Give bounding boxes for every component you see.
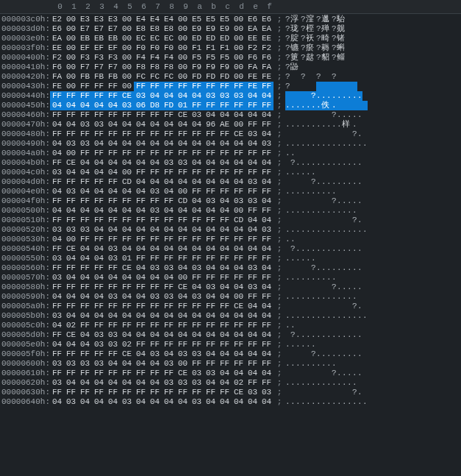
byte[interactable]: 04 xyxy=(204,244,218,254)
byte[interactable]: F3 xyxy=(106,53,120,63)
ascii-char[interactable]: . xyxy=(342,158,347,168)
ascii-char[interactable] xyxy=(352,340,357,349)
ascii-char[interactable] xyxy=(342,388,347,397)
ascii-char[interactable] xyxy=(337,388,342,397)
byte[interactable]: FA xyxy=(260,63,274,72)
ascii-char[interactable] xyxy=(326,340,332,349)
ascii-char[interactable]: . xyxy=(326,349,332,359)
byte[interactable]: 04 xyxy=(134,292,148,302)
ascii-char[interactable] xyxy=(342,254,347,263)
ascii-char[interactable] xyxy=(285,349,290,359)
byte[interactable]: 04 xyxy=(50,101,64,110)
byte[interactable]: FF xyxy=(78,216,92,225)
ascii-char[interactable] xyxy=(321,110,326,120)
byte[interactable]: CD xyxy=(232,216,246,225)
byte[interactable]: FF xyxy=(190,302,204,311)
byte[interactable]: FF xyxy=(106,321,120,330)
ascii-char[interactable] xyxy=(316,196,321,206)
ascii-char[interactable]: . xyxy=(296,206,301,216)
byte[interactable]: 00 xyxy=(176,43,190,53)
ascii-char[interactable]: . xyxy=(316,263,321,273)
ascii-char[interactable]: . xyxy=(296,168,301,177)
byte[interactable]: FF xyxy=(218,254,232,263)
ascii-char[interactable]: 趑 xyxy=(306,53,316,63)
ascii-char[interactable] xyxy=(337,101,342,110)
ascii-char[interactable]: . xyxy=(296,187,301,196)
ascii-char[interactable] xyxy=(311,369,316,378)
byte[interactable]: 03 xyxy=(190,397,204,407)
bytes[interactable]: FFFFFFFFFFFFFFFFFFCE030304040404 xyxy=(50,369,274,378)
byte[interactable]: 04 xyxy=(204,330,218,340)
byte[interactable]: 04 xyxy=(106,120,120,129)
ascii[interactable]: ?............. xyxy=(285,330,362,340)
byte[interactable]: 04 xyxy=(134,139,148,149)
ascii[interactable]: .............. xyxy=(285,378,368,388)
byte[interactable]: FF xyxy=(78,302,92,311)
byte[interactable]: 04 xyxy=(148,225,162,235)
ascii-char[interactable]: ? xyxy=(301,43,306,53)
byte[interactable]: FF xyxy=(50,330,64,340)
byte[interactable]: FF xyxy=(120,283,134,292)
ascii-char[interactable]: . xyxy=(342,177,347,187)
ascii-char[interactable] xyxy=(332,388,337,397)
ascii-char[interactable] xyxy=(290,91,296,101)
ascii-char[interactable] xyxy=(362,120,368,129)
byte[interactable]: CE xyxy=(64,244,78,254)
ascii-char[interactable] xyxy=(316,63,321,72)
byte[interactable]: 04 xyxy=(92,397,106,407)
ascii-char[interactable] xyxy=(332,254,337,263)
byte[interactable]: FC xyxy=(134,72,148,82)
byte[interactable]: FF xyxy=(176,129,190,139)
byte[interactable]: FF xyxy=(134,149,148,158)
byte[interactable]: 04 xyxy=(232,397,246,407)
ascii-char[interactable] xyxy=(321,216,326,225)
ascii-char[interactable] xyxy=(337,340,342,349)
ascii-char[interactable] xyxy=(311,196,316,206)
bytes[interactable]: E600E7E7E700E8E8E800E9E9E900EAEA xyxy=(50,24,274,34)
byte[interactable]: 04 xyxy=(134,273,148,283)
ascii-char[interactable]: . xyxy=(285,168,290,177)
ascii-char[interactable]: . xyxy=(362,397,368,407)
ascii[interactable]: ?. xyxy=(285,388,362,397)
ascii-char[interactable]: 腚 xyxy=(290,34,301,43)
byte[interactable]: FF xyxy=(78,235,92,244)
byte[interactable]: 04 xyxy=(190,139,204,149)
byte[interactable]: FF xyxy=(190,82,204,91)
ascii-char[interactable] xyxy=(342,82,347,91)
hex-row[interactable]: 000004e0h:04030404040404030400FFFFFFFFFF… xyxy=(0,187,461,196)
hex-row[interactable]: 000003c0h:E200E3E3E300E4E4E400E5E5E500E6… xyxy=(0,15,461,24)
byte[interactable]: FF xyxy=(64,110,78,120)
ascii-char[interactable]: . xyxy=(357,311,362,321)
byte[interactable]: FF xyxy=(92,149,106,158)
ascii-char[interactable]: ? xyxy=(311,263,316,273)
byte[interactable]: FF xyxy=(50,158,64,168)
bytes[interactable]: FA00FBFBFB00FCFCFC00FDFDFD00FEFE xyxy=(50,72,274,82)
byte[interactable]: 03 xyxy=(92,359,106,369)
byte[interactable]: 03 xyxy=(246,388,260,397)
byte[interactable]: FF xyxy=(134,110,148,120)
byte[interactable]: FF xyxy=(218,388,232,397)
ascii-char[interactable]: . xyxy=(332,292,337,302)
ascii-char[interactable]: . xyxy=(332,263,337,273)
byte[interactable]: FF xyxy=(190,129,204,139)
byte[interactable]: 03 xyxy=(204,369,218,378)
byte[interactable]: 04 xyxy=(92,254,106,263)
byte[interactable]: 04 xyxy=(246,330,260,340)
ascii-char[interactable] xyxy=(306,91,311,101)
bytes[interactable]: 04030404040404030400FFFFFFFFFFFF xyxy=(50,187,274,196)
byte[interactable]: FF xyxy=(162,82,176,91)
byte[interactable]: 04 xyxy=(120,311,134,321)
ascii-char[interactable] xyxy=(347,63,352,72)
ascii-char[interactable]: . xyxy=(290,120,296,129)
ascii-char[interactable] xyxy=(296,388,301,397)
byte[interactable]: EC xyxy=(148,34,162,43)
ascii-char[interactable] xyxy=(301,91,306,101)
ascii-char[interactable] xyxy=(352,359,357,369)
ascii-char[interactable]: . xyxy=(352,206,357,216)
byte[interactable]: 04 xyxy=(176,263,190,273)
ascii[interactable]: ................ xyxy=(285,225,368,235)
ascii-char[interactable] xyxy=(296,177,301,187)
byte[interactable]: CE xyxy=(120,349,134,359)
byte[interactable]: 04 xyxy=(120,244,134,254)
bytes[interactable]: 03040404040404040400FFFFFFFFFFFF xyxy=(50,273,274,283)
